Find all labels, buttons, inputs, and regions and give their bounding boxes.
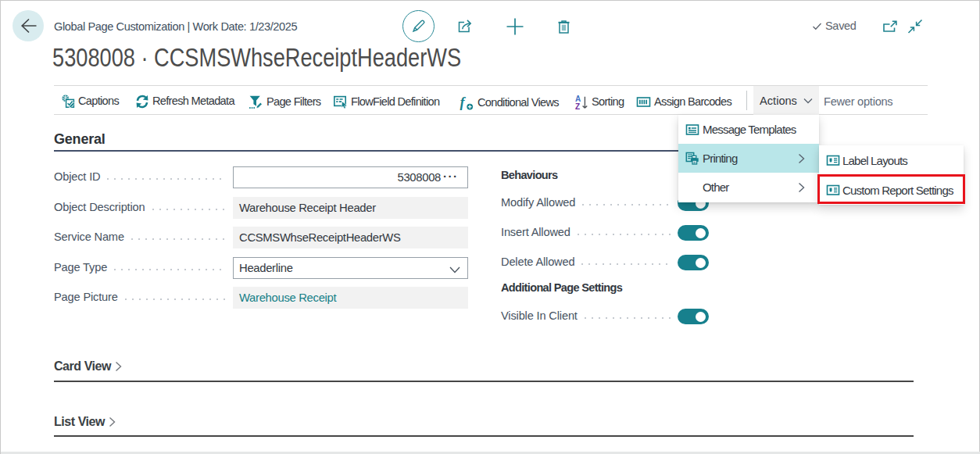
svg-text:f: f bbox=[460, 95, 467, 110]
svg-text:Z: Z bbox=[575, 102, 580, 110]
